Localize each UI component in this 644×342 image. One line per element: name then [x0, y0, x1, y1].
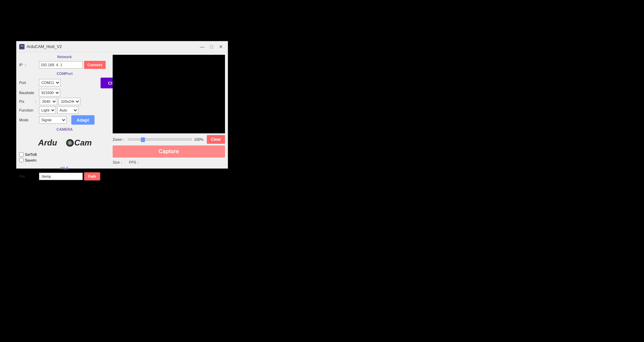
- function-select[interactable]: Light Dark: [39, 106, 56, 114]
- camera-section-label: CAMERA: [19, 127, 110, 131]
- arducam-logo: Ardu Cam: [38, 135, 91, 149]
- adapt-button[interactable]: Adapt: [71, 115, 94, 125]
- close-button[interactable]: ✕: [217, 43, 225, 50]
- zoom-slider-thumb[interactable]: [141, 137, 145, 142]
- ip-row: IP ： Connect: [19, 61, 110, 69]
- svg-point-5: [68, 141, 70, 143]
- baudrate-label: Baudrate: [19, 91, 38, 95]
- file-row: File Path: [19, 172, 110, 180]
- settob-label: SetToB: [25, 153, 37, 157]
- baudrate-row: Baudrate 921600: [19, 89, 94, 96]
- fps-label: FPS：: [129, 160, 140, 165]
- right-panel: Zoom： 100% Clear Capture Size： FPS：: [113, 55, 225, 166]
- zoom-label: Zoom：: [113, 137, 126, 142]
- zoom-row: Zoom： 100% Clear: [113, 135, 225, 144]
- status-bar: Size： FPS：: [113, 159, 225, 166]
- port-label: Port: [19, 81, 38, 85]
- left-panel: Network IP ： Connect COMPort Port COM11: [19, 55, 110, 166]
- function-label: Function: [19, 108, 38, 112]
- svg-text:Ardu: Ardu: [38, 138, 57, 147]
- pix-size-select[interactable]: 320x24▾: [59, 98, 80, 105]
- file-label: File: [19, 174, 38, 178]
- function-auto-select[interactable]: Auto Manual: [57, 106, 78, 114]
- savein-row: SaveIn: [19, 158, 110, 162]
- network-section-label: Network: [19, 55, 110, 59]
- savein-label: SaveIn: [25, 158, 36, 162]
- path-button[interactable]: Path: [84, 172, 100, 180]
- minimize-button[interactable]: —: [198, 43, 206, 50]
- window-title: ArduCAM_Host_V2: [27, 44, 198, 49]
- ip-input[interactable]: [39, 61, 83, 69]
- mode-label: Mode: [19, 118, 38, 122]
- window-controls: — □ ✕: [198, 43, 225, 50]
- function-row: Function Light Dark Auto Manual: [19, 106, 94, 114]
- connect-button[interactable]: Connect: [84, 61, 106, 69]
- titlebar: 📷 ArduCAM_Host_V2 — □ ✕: [16, 41, 228, 52]
- app-icon: 📷: [19, 44, 25, 49]
- file-section-label: FILE: [19, 166, 110, 170]
- port-select[interactable]: COM11: [39, 79, 61, 86]
- comport-section-label: COMPort: [19, 72, 110, 76]
- main-window: 📷 ArduCAM_Host_V2 — □ ✕ Network IP ： Con…: [16, 41, 228, 169]
- ip-label: IP ：: [19, 62, 38, 68]
- mode-row: Mode Signle Continuous Adapt: [19, 115, 94, 125]
- size-label: Size：: [113, 160, 123, 165]
- port-row: Port COM11: [19, 79, 94, 86]
- preview-area: [113, 55, 225, 133]
- baudrate-select[interactable]: 921600: [39, 89, 60, 96]
- mode-select[interactable]: Signle Continuous: [39, 116, 67, 124]
- capture-button[interactable]: Capture: [113, 145, 225, 158]
- settob-row: SetToB: [19, 152, 110, 157]
- svg-text:Cam: Cam: [74, 138, 91, 147]
- settob-checkbox[interactable]: [19, 152, 24, 157]
- savein-checkbox[interactable]: [19, 158, 24, 162]
- clear-button[interactable]: Clear: [207, 135, 225, 144]
- pix-label: Pix: [19, 99, 33, 103]
- file-input[interactable]: [39, 173, 83, 180]
- zoom-percent: 100%: [194, 137, 205, 141]
- arducam-logo-svg: Ardu Cam: [38, 135, 91, 149]
- zoom-slider-track[interactable]: [128, 138, 192, 140]
- pix-select[interactable]: 2640: [40, 98, 57, 105]
- pix-row: Pix ： 2640 320x24▾: [19, 98, 94, 105]
- window-body: Network IP ： Connect COMPort Port COM11: [16, 52, 228, 168]
- maximize-button[interactable]: □: [207, 43, 216, 50]
